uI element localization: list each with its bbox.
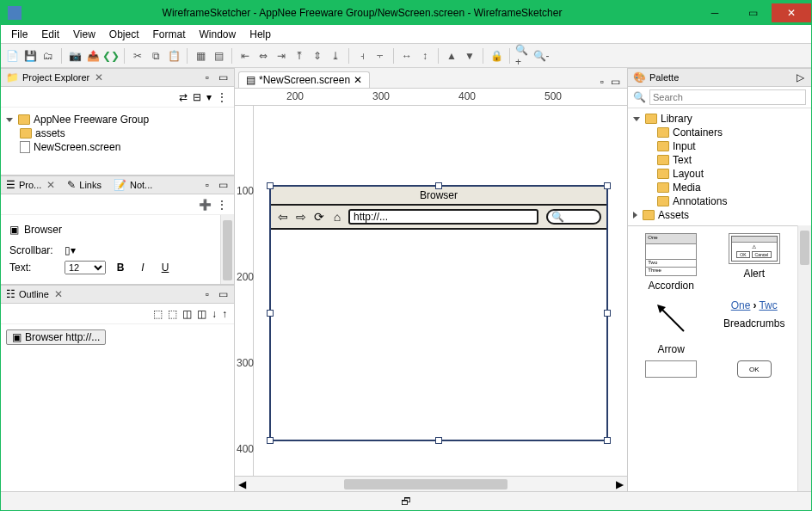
expand-icon[interactable] [6,118,13,122]
ungroup-icon[interactable]: ▤ [211,48,226,64]
expand-icon[interactable] [633,212,637,219]
collapse-palette-icon[interactable]: ▷ [794,71,806,83]
copy-icon[interactable]: ⧉ [148,48,163,64]
scrollbar-thumb[interactable] [344,479,508,489]
paste-icon[interactable]: 📋 [166,48,181,64]
outline-up-icon[interactable]: ↓ [212,308,217,320]
palette-item-accordion[interactable]: One Two Three Accordion [631,233,711,292]
align-right-icon[interactable]: ⇥ [274,48,289,64]
collapse-all-icon[interactable]: ⊟ [193,91,201,103]
zoom-in-icon[interactable]: 🔍+ [515,48,531,64]
outline-btn1[interactable]: ⬚ [153,308,163,320]
new-widget-icon[interactable]: ➕ [199,199,212,211]
max-editor-icon[interactable]: ▭ [607,76,624,88]
outline-item[interactable]: ▣ Browser http://... [6,329,106,345]
resize-handle[interactable] [604,437,611,444]
tab-properties[interactable]: Pro... [19,180,41,190]
expand-icon[interactable] [633,117,640,121]
close-button[interactable]: ✕ [772,3,811,22]
cat-input[interactable]: Input [673,140,696,152]
scroll-right-icon[interactable]: ▶ [612,478,627,490]
cat-media[interactable]: Media [673,182,701,194]
align-top-icon[interactable]: ⤒ [292,48,307,64]
bring-front-icon[interactable]: ▲ [444,48,459,64]
save-icon[interactable]: 💾 [22,48,38,64]
lock-icon[interactable]: 🔒 [489,48,504,64]
palette-item-breadcrumbs[interactable]: One›Twc Breadcrumbs [715,297,795,355]
min-props-icon[interactable]: ▫ [201,179,213,191]
library-tree[interactable]: Library Containers Input Text Layout Med… [628,108,811,225]
tab-links[interactable]: Links [79,180,102,190]
share-icon[interactable]: ❮❯ [103,48,119,64]
align-middle-icon[interactable]: ⇕ [310,48,325,64]
new-icon[interactable]: 📄 [4,48,20,64]
outline-btn4[interactable]: ◫ [197,308,206,320]
maximize-view-icon[interactable]: ▭ [217,71,229,83]
cat-text[interactable]: Text [673,154,692,166]
props-menu-icon[interactable]: ⋮ [217,199,227,211]
same-height-icon[interactable]: ↕ [417,48,433,64]
link-editor-icon[interactable]: ⇄ [179,91,188,103]
distribute-v-icon[interactable]: ⫟ [372,48,388,64]
scroll-left-icon[interactable]: ◀ [235,478,249,490]
resize-handle[interactable] [435,437,442,444]
minimize-view-icon[interactable]: ▫ [201,71,213,83]
max-props-icon[interactable]: ▭ [217,179,229,191]
library-folder[interactable]: Library [661,113,692,125]
saveall-icon[interactable]: 🗂 [40,48,56,64]
browser-widget[interactable]: Browser ⇦ ⇨ ⟳ ⌂ http://... 🔍 [269,185,608,441]
cat-annotations[interactable]: Annotations [673,195,727,207]
min-editor-icon[interactable]: ▫ [597,76,607,88]
outline-down-icon[interactable]: ↑ [222,308,227,320]
close-props-icon[interactable]: ✕ [46,179,55,191]
tree-project[interactable]: AppNee Freeware Group [34,114,149,126]
group-icon[interactable]: ▦ [193,48,208,64]
distribute-h-icon[interactable]: ⫞ [354,48,370,64]
menu-edit[interactable]: Edit [34,27,66,42]
menu-object[interactable]: Object [102,27,146,42]
menu-view[interactable]: View [66,27,102,42]
menu-format[interactable]: Format [146,27,193,42]
align-left-icon[interactable]: ⇤ [237,48,253,64]
maximize-button[interactable]: ▭ [734,3,772,22]
send-back-icon[interactable]: ▼ [462,48,477,64]
close-view-icon[interactable]: ✕ [95,71,103,83]
resize-handle[interactable] [604,182,611,189]
outline-btn3[interactable]: ◫ [182,308,192,320]
menu-help[interactable]: Help [243,27,278,42]
project-tree[interactable]: AppNee Freeware Group assets NewScreen.s… [1,108,234,175]
palette-item-alert[interactable]: ⚠ OKCancel Alert [715,233,795,292]
camera-icon[interactable]: 📷 [67,48,83,64]
minimize-button[interactable]: ─ [696,3,734,22]
align-center-icon[interactable]: ⇔ [255,48,271,64]
props-scrollbar[interactable] [220,215,234,284]
align-bottom-icon[interactable]: ⤓ [328,48,343,64]
close-tab-icon[interactable]: ✕ [354,74,362,86]
cat-layout[interactable]: Layout [673,168,704,180]
resize-handle[interactable] [267,310,274,317]
palette-item-more2[interactable]: OK [715,360,795,393]
same-width-icon[interactable]: ↔ [399,48,415,64]
zoom-out-icon[interactable]: 🔍- [533,48,549,64]
outline-btn2[interactable]: ⬚ [168,308,177,320]
filter-icon[interactable]: ▾ [206,91,212,103]
resize-handle[interactable] [435,182,442,189]
close-outline-icon[interactable]: ✕ [54,288,63,300]
tree-file[interactable]: NewScreen.screen [34,141,120,153]
cut-icon[interactable]: ✂ [130,48,145,64]
assets-folder[interactable]: Assets [658,209,689,221]
design-canvas[interactable]: Browser ⇦ ⇨ ⟳ ⌂ http://... 🔍 [254,106,627,476]
font-size-select[interactable]: 12 [65,261,106,274]
min-outline-icon[interactable]: ▫ [201,288,213,300]
menu-file[interactable]: File [4,27,34,42]
palette-item-more1[interactable] [631,360,711,393]
horizontal-scrollbar[interactable]: ◀ ▶ [235,476,627,491]
status-icon[interactable]: 🗗 [401,496,411,508]
palette-scrollbar[interactable] [797,225,811,491]
bold-button[interactable]: B [113,260,128,275]
cat-containers[interactable]: Containers [673,126,723,139]
menu-window[interactable]: Window [193,27,243,42]
italic-button[interactable]: I [135,260,151,275]
resize-handle[interactable] [267,182,274,189]
underline-button[interactable]: U [157,260,173,275]
